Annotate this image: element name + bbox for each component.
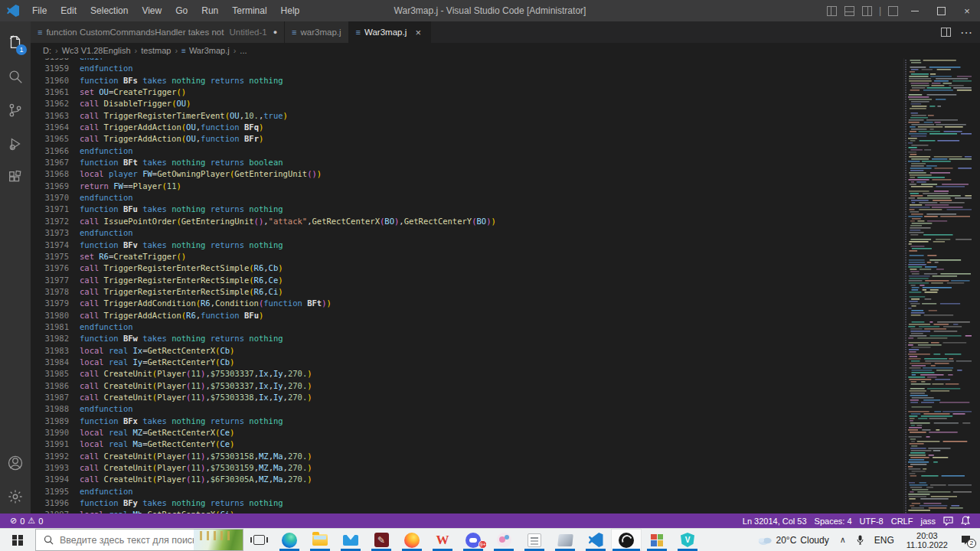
taskbar-obs-icon[interactable] bbox=[611, 529, 642, 551]
toggle-secondary-sidebar-icon[interactable] bbox=[862, 6, 872, 16]
taskbar-explorer-icon[interactable] bbox=[305, 529, 335, 551]
code-line[interactable]: 31997local real Mb=GetRectCenterX(Ci) bbox=[31, 509, 903, 514]
microphone-tray-icon[interactable] bbox=[851, 529, 869, 551]
code-line[interactable]: 31960function BFs takes nothing returns … bbox=[31, 75, 903, 86]
taskbar-vscode-icon[interactable] bbox=[580, 529, 611, 551]
more-actions-icon[interactable]: ⋯ bbox=[960, 25, 972, 40]
taskbar-task-view-icon[interactable] bbox=[243, 529, 274, 551]
code-line[interactable]: 31967function BFt takes nothing returns … bbox=[31, 157, 903, 168]
code-line[interactable]: 31965call TriggerAddAction(OU,function B… bbox=[31, 133, 903, 145]
menu-terminal[interactable]: Terminal bbox=[225, 0, 273, 21]
split-editor-icon[interactable] bbox=[941, 28, 951, 37]
source-control-icon[interactable] bbox=[0, 93, 31, 127]
toggle-sidebar-icon[interactable] bbox=[827, 6, 837, 16]
taskbar-red-editor-icon[interactable]: ✎ bbox=[366, 529, 397, 551]
code-line[interactable]: 31989function BFx takes nothing returns … bbox=[31, 416, 903, 427]
code-line[interactable]: 31978call TriggerRegisterEnterRectSimple… bbox=[31, 286, 903, 298]
eol-setting[interactable]: CRLF bbox=[887, 514, 917, 528]
explorer-icon[interactable]: 1 bbox=[0, 26, 31, 60]
code-line[interactable]: 31977call TriggerRegisterEnterRectSimple… bbox=[31, 275, 903, 286]
breadcrumb-item[interactable]: ≡War3map.j bbox=[181, 46, 230, 55]
code-line[interactable]: 31991local real Ma=GetRectCenterY(Ce) bbox=[31, 439, 903, 450]
encoding-setting[interactable]: UTF-8 bbox=[856, 514, 887, 528]
weather-widget[interactable]: 20°C Cloudy bbox=[752, 529, 835, 551]
minimap[interactable] bbox=[903, 58, 971, 514]
taskbar-reader-icon[interactable] bbox=[519, 529, 550, 551]
code-line[interactable]: 31979call TriggerAddCondition(R6,Conditi… bbox=[31, 298, 903, 309]
language-mode[interactable]: jass bbox=[916, 514, 939, 528]
code-line[interactable]: 31963call TriggerRegisterTimerEvent(OU,1… bbox=[31, 110, 903, 122]
tab-war3map-j[interactable]: ≡War3map.j× bbox=[349, 21, 432, 43]
notifications-bell-icon[interactable] bbox=[957, 514, 974, 528]
menu-file[interactable]: File bbox=[25, 0, 54, 21]
close-button[interactable]: × bbox=[954, 0, 980, 21]
breadcrumb-item[interactable]: Wc3 V1.28English bbox=[62, 46, 131, 55]
code-line[interactable]: 31974function BFv takes nothing returns … bbox=[31, 240, 903, 251]
tab-function-customcommandshandler-takes-not[interactable]: ≡function CustomCommandsHandler takes no… bbox=[31, 21, 285, 43]
minimize-button[interactable] bbox=[902, 0, 928, 21]
search-input[interactable] bbox=[60, 535, 194, 546]
notification-center-icon[interactable]: 2 bbox=[955, 529, 977, 551]
code-line[interactable]: 31975set R6=CreateTrigger() bbox=[31, 251, 903, 262]
taskbar-paint-icon[interactable] bbox=[488, 529, 519, 551]
taskbar-archiver-icon[interactable] bbox=[550, 529, 580, 551]
code-line[interactable]: 31990local real MZ=GetRectCenterX(Ce) bbox=[31, 427, 903, 439]
code-line[interactable]: 31988endfunction bbox=[31, 403, 903, 415]
code-line[interactable]: 31987call CreateUnit(Player(11),$7530333… bbox=[31, 392, 903, 403]
code-line[interactable]: 31981endfunction bbox=[31, 321, 903, 333]
code-line[interactable]: 31996function BFy takes nothing returns … bbox=[31, 497, 903, 509]
search-daily-image[interactable] bbox=[194, 530, 243, 550]
menu-view[interactable]: View bbox=[135, 0, 168, 21]
code-line[interactable]: 31959endfunction bbox=[31, 63, 903, 74]
clock[interactable]: 20:03 11.10.2022 bbox=[900, 529, 955, 551]
code-line[interactable]: 31973endfunction bbox=[31, 227, 903, 239]
code-line[interactable]: 31962call DisableTrigger(OU) bbox=[31, 98, 903, 109]
taskbar-security-icon[interactable]: V bbox=[672, 529, 703, 551]
code-line[interactable]: 31983local real Ix=GetRectCenterX(Cb) bbox=[31, 345, 903, 357]
code-line[interactable]: 31968local player FW=GetOwningPlayer(Get… bbox=[31, 168, 903, 180]
menu-run[interactable]: Run bbox=[194, 0, 225, 21]
taskbar-search[interactable] bbox=[35, 529, 243, 551]
menu-selection[interactable]: Selection bbox=[83, 0, 135, 21]
cursor-position[interactable]: Ln 32014, Col 53 bbox=[739, 514, 811, 528]
editor-scrollbar[interactable] bbox=[971, 58, 980, 514]
problems-indicator[interactable]: ⊘ 0 ⚠ 0 bbox=[6, 514, 47, 528]
menu-edit[interactable]: Edit bbox=[54, 0, 83, 21]
code-line[interactable]: 31966endfunction bbox=[31, 145, 903, 157]
run-debug-icon[interactable] bbox=[0, 127, 31, 161]
taskbar-discord-icon[interactable]: 9+ bbox=[458, 529, 488, 551]
taskbar-wps-office-icon[interactable]: W bbox=[427, 529, 458, 551]
maximize-button[interactable] bbox=[928, 0, 954, 21]
code-line[interactable]: 31972call IssuePointOrder(GetEnteringUni… bbox=[31, 216, 903, 227]
code-line[interactable]: 31980call TriggerAddAction(R6,function B… bbox=[31, 310, 903, 321]
customize-layout-icon[interactable] bbox=[888, 6, 898, 16]
toggle-panel-icon[interactable] bbox=[844, 6, 854, 16]
start-button[interactable] bbox=[0, 529, 35, 551]
tab-war3map-j[interactable]: ≡war3map.j bbox=[285, 21, 348, 43]
extensions-icon[interactable] bbox=[0, 161, 31, 194]
menu-help[interactable]: Help bbox=[274, 0, 307, 21]
breadcrumb-item[interactable]: D: bbox=[43, 46, 51, 55]
code-line[interactable]: 31982function BFw takes nothing returns … bbox=[31, 333, 903, 344]
code-line[interactable]: 31992call CreateUnit(Player(11),$7530315… bbox=[31, 451, 903, 462]
code-line[interactable]: 31985call CreateUnit(Player(11),$7530333… bbox=[31, 368, 903, 380]
code-line[interactable]: 31969return FW==Player(11) bbox=[31, 181, 903, 192]
breadcrumb-item[interactable]: testmap bbox=[141, 46, 171, 55]
settings-icon[interactable] bbox=[0, 480, 31, 514]
code-line[interactable]: 31971function BFu takes nothing returns … bbox=[31, 204, 903, 215]
code-line[interactable]: 31976call TriggerRegisterEnterRectSimple… bbox=[31, 262, 903, 274]
code-line[interactable]: 31986call CreateUnit(Player(11),$7530333… bbox=[31, 380, 903, 392]
code-line[interactable]: 31964call TriggerAddAction(OU,function B… bbox=[31, 122, 903, 133]
search-icon[interactable] bbox=[0, 60, 31, 93]
code-line[interactable]: 31984local real Iy=GetRectCenterY(Cb) bbox=[31, 357, 903, 368]
accounts-icon[interactable] bbox=[0, 446, 31, 480]
code-line[interactable]: 31961set OU=CreateTrigger() bbox=[31, 86, 903, 98]
feedback-icon[interactable] bbox=[939, 514, 957, 528]
input-language[interactable]: ENG bbox=[869, 529, 900, 551]
taskbar-photos-icon[interactable] bbox=[642, 529, 672, 551]
code-line[interactable]: 31995endfunction bbox=[31, 486, 903, 497]
code-line[interactable]: 31970endfunction bbox=[31, 192, 903, 204]
breadcrumb-item[interactable]: ... bbox=[240, 46, 247, 55]
taskbar-firefox-icon[interactable] bbox=[397, 529, 427, 551]
taskbar-mail-icon[interactable] bbox=[335, 529, 366, 551]
